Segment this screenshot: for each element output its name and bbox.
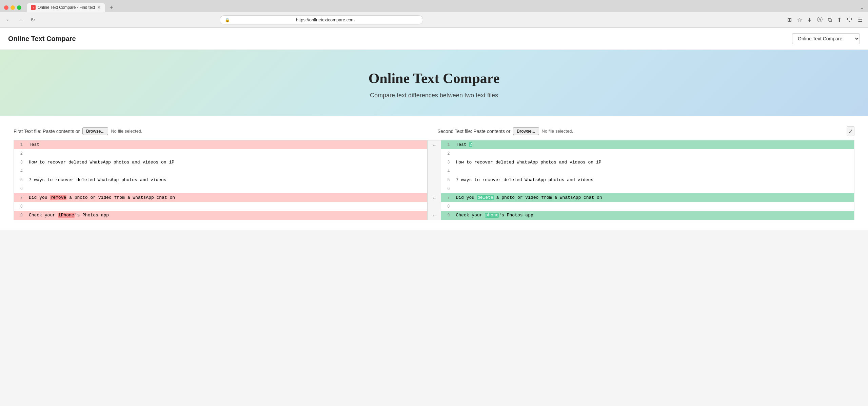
right-browse-button[interactable]: Browse... (513, 127, 539, 135)
security-icon: 🔒 (225, 18, 230, 22)
left-browse-button[interactable]: Browse... (82, 127, 108, 135)
file-inputs: First Text file: Paste contents or Brows… (14, 126, 854, 136)
right-line-8: 8 (441, 202, 854, 211)
connector-6 (428, 185, 441, 193)
tab-close-icon[interactable]: ✕ (97, 5, 101, 10)
left-line-6: 6 (14, 185, 427, 193)
tab-title: Online Text Compare - Find text (38, 5, 95, 10)
left-editor[interactable]: 1 Test 2 3 How to recover deleted WhatsA… (14, 140, 428, 220)
right-line-9: 9 Check your phone's Photos app (441, 211, 854, 220)
hero-section: Online Text Compare Compare text differe… (0, 50, 868, 116)
right-editor[interactable]: 1 Test 2 2 3 How to recover deleted What… (441, 140, 854, 220)
shield-icon[interactable]: 🛡 (846, 16, 854, 24)
right-line-1: 1 Test 2 (441, 140, 854, 149)
left-editor-lines: 1 Test 2 3 How to recover deleted WhatsA… (14, 140, 427, 220)
left-line-4: 4 (14, 167, 427, 176)
url-text: https://onlinetextcompare.com (233, 17, 418, 22)
tool-selector[interactable]: Online Text Compare (792, 33, 860, 44)
connector-9: ↔ (428, 211, 441, 220)
left-file-label: First Text file: Paste contents or (14, 129, 80, 134)
diff-highlight-iphone: iPhone (58, 213, 75, 218)
right-line-3: 3 How to recover deleted WhatsApp photos… (441, 158, 854, 167)
right-line-5: 5 7 ways to recover deleted WhatsApp pho… (441, 176, 854, 185)
url-bar[interactable]: 🔒 https://onlinetextcompare.com (220, 15, 423, 24)
hero-title: Online Text Compare (14, 70, 854, 86)
diff-highlight-delete: delete (477, 195, 494, 200)
right-editor-lines: 1 Test 2 2 3 How to recover deleted What… (441, 140, 854, 220)
connector-2 (428, 149, 441, 158)
menu-icon[interactable]: ☰ (856, 15, 864, 24)
right-line-7: 7 Did you delete a photo or video from a… (441, 193, 854, 202)
connector-7: ↔ (428, 193, 441, 202)
connector-8 (428, 202, 441, 211)
right-file-label: Second Text file: Paste contents or (437, 129, 510, 134)
bookmark-icon[interactable]: ☆ (796, 15, 803, 24)
app-header: Online Text Compare Online Text Compare (0, 28, 868, 50)
minimize-button[interactable] (11, 5, 15, 10)
app-logo: Online Text Compare (8, 35, 76, 43)
right-line-6: 6 (441, 185, 854, 193)
connector-1: ↔ (428, 140, 441, 149)
nav-bar: ← → ↻ 🔒 https://onlinetextcompare.com ⊞ … (0, 12, 868, 27)
new-tab-button[interactable]: + (106, 3, 116, 12)
diff-highlight-remove: remove (50, 195, 66, 200)
diff-highlight-2: 2 (469, 142, 473, 147)
diff-connector: ↔ ↔ ↔ (428, 140, 441, 220)
tab-bar: T Online Text Compare - Find text ✕ + ⌄ (0, 0, 868, 12)
pocket-icon[interactable]: ⬇ (806, 15, 813, 24)
main-content: First Text file: Paste contents or Brows… (0, 116, 868, 230)
right-file-status: No file selected. (542, 129, 573, 134)
editors: 1 Test 2 3 How to recover deleted WhatsA… (14, 140, 854, 220)
left-line-5: 5 7 ways to recover deleted WhatsApp pho… (14, 176, 427, 185)
expand-button[interactable]: ⤢ (847, 126, 854, 136)
connector-3 (428, 158, 441, 167)
left-line-9: 9 Check your iPhone's Photos app (14, 211, 427, 220)
profile-icon[interactable]: Ⓐ (816, 15, 824, 25)
left-line-8: 8 (14, 202, 427, 211)
left-line-7: 7 Did you remove a photo or video from a… (14, 193, 427, 202)
left-line-3: 3 How to recover deleted WhatsApp photos… (14, 158, 427, 167)
back-button[interactable]: ← (4, 16, 14, 24)
forward-button[interactable]: → (16, 16, 26, 24)
left-line-1: 1 Test (14, 140, 427, 149)
left-file-input: First Text file: Paste contents or Brows… (14, 126, 431, 136)
traffic-lights (4, 5, 21, 10)
upload-icon[interactable]: ⬆ (836, 15, 843, 24)
left-file-status: No file selected. (111, 129, 142, 134)
extensions-icon[interactable]: ⧉ (827, 16, 833, 24)
left-line-2: 2 (14, 149, 427, 158)
refresh-button[interactable]: ↻ (28, 15, 37, 24)
right-line-4: 4 (441, 167, 854, 176)
nav-actions: ⊞ ☆ ⬇ Ⓐ ⧉ ⬆ 🛡 ☰ (786, 15, 864, 25)
hero-subtitle: Compare text differences between two tex… (14, 92, 854, 99)
right-file-input: Second Text file: Paste contents or Brow… (437, 126, 854, 136)
tab-favicon: T (31, 5, 36, 10)
right-line-2: 2 (441, 149, 854, 158)
tab-overflow-icon[interactable]: ⌄ (860, 5, 864, 10)
active-tab[interactable]: T Online Text Compare - Find text ✕ (27, 3, 105, 12)
grid-icon[interactable]: ⊞ (786, 15, 793, 24)
close-button[interactable] (4, 5, 8, 10)
connector-5 (428, 176, 441, 185)
maximize-button[interactable] (17, 5, 21, 10)
diff-highlight-phone: phone (485, 213, 499, 218)
connector-4 (428, 167, 441, 176)
browser-chrome: T Online Text Compare - Find text ✕ + ⌄ … (0, 0, 868, 28)
